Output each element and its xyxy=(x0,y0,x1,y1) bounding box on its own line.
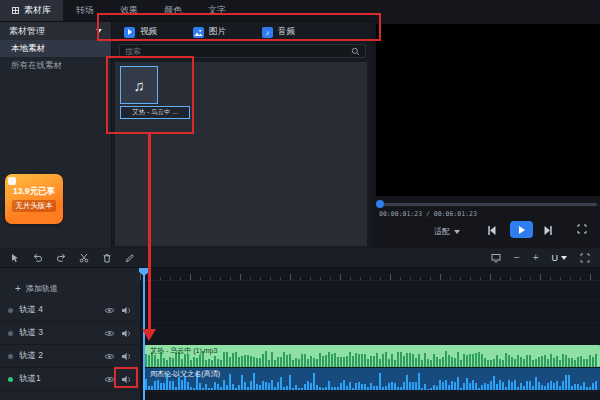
mute-speaker-icon[interactable] xyxy=(121,306,132,315)
expand-timeline-icon[interactable] xyxy=(580,253,590,263)
annotation-box-media-tabs xyxy=(97,13,381,41)
redo-icon[interactable] xyxy=(56,253,66,263)
promo-text-line2: 无片头版本 xyxy=(12,200,56,212)
promo-badge[interactable]: 13.9元已享 无片头版本 xyxy=(5,174,63,224)
timeline-toolbar: − + U xyxy=(0,249,600,268)
track-row-4[interactable]: 轨道 4 xyxy=(0,299,140,322)
plus-icon: + xyxy=(15,284,21,294)
play-icon xyxy=(519,226,525,234)
promo-logo-icon xyxy=(8,177,16,185)
play-button[interactable] xyxy=(510,221,533,238)
track-name: 轨道 3 xyxy=(19,327,98,339)
annotation-box-audio-card xyxy=(106,56,194,134)
annotation-arrow-head xyxy=(142,329,156,341)
cursor-tool-icon[interactable] xyxy=(10,253,20,263)
add-track-button[interactable]: + 添加轨道 xyxy=(15,283,58,294)
sidebar-item-online-material[interactable]: 所有在线素材 xyxy=(0,57,111,74)
tab-material-library-label: 素材库 xyxy=(24,4,51,17)
visibility-eye-icon[interactable] xyxy=(104,352,115,361)
track-name: 轨道 2 xyxy=(19,350,98,362)
track-bullet-icon xyxy=(8,331,13,336)
u-toggle-label: U xyxy=(552,254,559,263)
visibility-eye-icon[interactable] xyxy=(104,306,115,315)
clip-title: 周杰伦-以父之名(高清) xyxy=(150,369,220,379)
mute-speaker-icon[interactable] xyxy=(121,352,132,361)
lane-separator xyxy=(140,391,600,392)
previous-icon xyxy=(487,225,497,236)
next-icon xyxy=(543,225,553,236)
delete-icon[interactable] xyxy=(102,253,112,263)
fullscreen-icon xyxy=(577,224,587,234)
promo-text-line1: 13.9元已享 xyxy=(13,186,55,198)
clip-title: 艾热 - 乌云中 (1).mp3 xyxy=(150,346,217,356)
undo-icon[interactable] xyxy=(33,253,43,263)
edit-icon[interactable] xyxy=(125,253,135,263)
next-frame-button[interactable] xyxy=(543,225,553,236)
lane-separator xyxy=(140,322,600,323)
zoom-in-icon[interactable]: + xyxy=(533,253,539,263)
video-editor-app: 素材库 转场 效果 颜色 文字 素材管理 本地素材 所有在线素材 13.9元已享… xyxy=(0,0,600,400)
fit-dropdown[interactable]: 适配 xyxy=(434,226,460,237)
search-icon xyxy=(351,47,360,56)
track-bullet-icon xyxy=(8,354,13,359)
track-bullet-icon xyxy=(8,377,13,382)
search-input[interactable] xyxy=(125,47,347,56)
audio-clip-track1[interactable]: 周杰伦-以父之名(高清) xyxy=(145,368,600,390)
track-name: 轨道 4 xyxy=(19,304,98,316)
track-bullet-icon xyxy=(8,308,13,313)
add-track-label: 添加轨道 xyxy=(26,283,58,294)
preview-mode-icon[interactable] xyxy=(491,253,501,263)
visibility-eye-icon[interactable] xyxy=(104,329,115,338)
chevron-down-icon xyxy=(561,256,567,260)
track-name: 轨道1 xyxy=(19,373,98,385)
material-manage-label: 素材管理 xyxy=(9,25,45,38)
sidebar-item-local-material[interactable]: 本地素材 xyxy=(0,40,111,57)
track-row-3[interactable]: 轨道 3 xyxy=(0,322,140,345)
preview-progress-bar[interactable] xyxy=(379,203,597,206)
annotation-arrow-line xyxy=(148,134,151,330)
video-preview xyxy=(376,24,600,196)
u-toggle[interactable]: U xyxy=(552,254,568,263)
library-grid-icon xyxy=(12,7,19,14)
timeline-ruler[interactable] xyxy=(140,268,600,281)
sidebar: 素材管理 本地素材 所有在线素材 13.9元已享 无片头版本 xyxy=(0,22,112,248)
audio-clip-track2[interactable]: 艾热 - 乌云中 (1).mp3 xyxy=(145,345,600,367)
fit-dropdown-label: 适配 xyxy=(434,226,450,237)
progress-handle[interactable] xyxy=(376,200,384,208)
lane-separator xyxy=(140,299,600,300)
zoom-out-icon[interactable]: − xyxy=(514,253,520,263)
fullscreen-button[interactable] xyxy=(577,224,587,234)
annotation-box-track1-volume xyxy=(114,367,138,388)
material-manage-header[interactable]: 素材管理 xyxy=(0,22,111,40)
split-icon[interactable] xyxy=(79,253,89,263)
chevron-down-icon xyxy=(454,230,460,234)
tab-material-library[interactable]: 素材库 xyxy=(0,0,63,21)
mute-speaker-icon[interactable] xyxy=(121,329,132,338)
previous-frame-button[interactable] xyxy=(487,225,497,236)
track-row-2[interactable]: 轨道 2 xyxy=(0,345,140,368)
time-display: 00:00:01:23 / 00:06:01:23 xyxy=(379,210,477,218)
